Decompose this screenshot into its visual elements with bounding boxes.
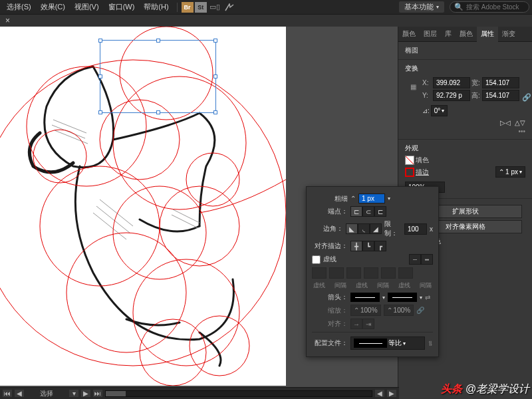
x-input[interactable]	[433, 77, 470, 88]
w-label: 宽:	[471, 78, 481, 88]
stroke-weight-field[interactable]: 1 px	[358, 194, 385, 203]
reference-point-icon[interactable]: ▦	[405, 76, 421, 97]
swap-arrows-icon[interactable]: ⇄	[425, 294, 430, 301]
gap3-input	[398, 267, 413, 279]
menubar: 选择(S) 效果(C) 视图(V) 窗口(W) 帮助(H) Br St ▭▯ 基…	[0, 0, 532, 15]
tab-layers[interactable]: 图层	[420, 27, 441, 41]
status-bar: ⏮ ◀ 选择 ▾ ▶ ⏭ ◀ ▶	[0, 387, 399, 399]
tab-color2[interactable]: 颜色	[456, 27, 477, 41]
dashed-checkbox[interactable]	[312, 255, 321, 264]
stroke-panel-popup: 粗细⌃1 px▾ 端点： ⊏⊂⊏ 边角： ◣◟◢ 限制： x 对齐描边： ╋┗┏…	[306, 186, 439, 357]
first-artboard-icon[interactable]: ⏮	[3, 390, 12, 397]
menu-view[interactable]: 视图(V)	[70, 1, 103, 13]
miter-unit: x	[430, 225, 433, 233]
next-artboard-icon[interactable]: ▶	[81, 390, 90, 397]
link-constrain-icon[interactable]: 🔗	[522, 93, 531, 102]
scroll-left-icon[interactable]: ◀	[375, 390, 384, 397]
h-input[interactable]	[482, 90, 519, 101]
document-tabbar: ×	[0, 15, 532, 27]
arrow-scale1: ⌃100%	[350, 305, 381, 316]
w-input[interactable]	[482, 77, 519, 88]
status-dropdown-icon[interactable]: ▾	[69, 390, 78, 397]
miter-limit-input[interactable]	[404, 223, 427, 235]
arrange-icon[interactable]: ▭▯	[208, 2, 221, 13]
close-tab-icon[interactable]: ×	[5, 16, 10, 25]
align-stroke-buttons: ╋┗┏	[350, 241, 386, 251]
cap-butt-icon[interactable]: ⊏	[350, 206, 362, 217]
corner-miter-icon[interactable]: ◣	[346, 223, 358, 234]
gpu-icon[interactable]	[223, 2, 236, 13]
align-inside-icon[interactable]: ┗	[362, 241, 374, 251]
menu-effect[interactable]: 效果(C)	[37, 1, 69, 13]
tab-color[interactable]: 颜色	[398, 27, 420, 41]
corner-label: 边角：	[312, 224, 343, 233]
dash-option1-icon[interactable]: ┄	[409, 254, 421, 265]
prev-artboard-icon[interactable]: ◀	[15, 390, 24, 397]
artboard[interactable]	[0, 27, 286, 386]
corner-buttons: ◣◟◢	[346, 223, 382, 234]
watermark-logo: 头条	[441, 383, 462, 394]
link-scale-icon: 🔗	[416, 307, 424, 314]
status-mode: 选择	[27, 389, 66, 398]
flip-profile-icon[interactable]: ⥮	[428, 340, 433, 347]
corner-round-icon[interactable]: ◟	[358, 223, 370, 234]
workspace-switcher[interactable]: 基本功能▾	[399, 1, 444, 13]
transform-section: 变换 ▦ X:宽: Y:高: ⊿: 0°▾ ▷◁ △▽ •••	[398, 60, 532, 140]
dash1-input	[312, 267, 327, 279]
search-input[interactable]	[466, 3, 525, 11]
search-icon: 🔍	[454, 3, 464, 11]
svg-line-1	[52, 125, 85, 138]
watermark: 头条 @老梁学设计	[441, 382, 529, 396]
svg-point-14	[40, 166, 160, 286]
bridge-icon[interactable]: Br	[182, 2, 194, 13]
profile-combo[interactable]: 等比▾	[350, 336, 425, 350]
svg-line-7	[172, 215, 198, 228]
cap-projecting-icon[interactable]: ⊏	[374, 206, 386, 217]
flip-vertical-icon[interactable]: △▽	[515, 119, 525, 126]
cap-label: 端点：	[312, 207, 348, 216]
arrow-scale-label: 缩放：	[312, 306, 348, 315]
align-center-icon[interactable]: ╋	[350, 241, 362, 251]
dash3-input	[381, 267, 396, 279]
align-outside-icon[interactable]: ┏	[374, 241, 386, 251]
more-options-icon[interactable]: •••	[405, 128, 525, 135]
menu-help[interactable]: 帮助(H)	[140, 1, 172, 13]
arrow-end-combo[interactable]	[388, 293, 417, 302]
stroke-weight-dropdown[interactable]: ▾	[388, 196, 390, 201]
stroke-weight-input[interactable]: ⌃1 px▾	[495, 166, 525, 178]
gap1-input	[329, 267, 344, 279]
scroll-right-icon[interactable]: ▶	[387, 390, 396, 397]
gap2-input	[364, 267, 378, 279]
transform-heading: 变换	[405, 64, 525, 73]
svg-point-21	[186, 153, 239, 206]
menu-window[interactable]: 窗口(W)	[104, 1, 139, 13]
arrow-align1-icon: →	[350, 319, 362, 329]
stroke-label[interactable]: 描边	[416, 168, 429, 177]
stroke-swatch[interactable]	[405, 168, 414, 177]
menu-select[interactable]: 选择(S)	[3, 1, 35, 13]
x-label: X:	[422, 79, 432, 86]
svg-point-10	[120, 27, 213, 120]
search-box[interactable]: 🔍	[450, 1, 529, 13]
flip-horizontal-icon[interactable]: ▷◁	[500, 119, 511, 126]
corner-bevel-icon[interactable]: ◢	[370, 223, 382, 234]
tab-properties[interactable]: 属性	[477, 27, 498, 42]
dashed-label: 虚线	[323, 255, 336, 264]
fill-label: 填色	[416, 156, 429, 165]
h-scrollbar[interactable]	[105, 390, 372, 397]
tab-lib[interactable]: 库	[441, 27, 456, 41]
arrow-start-combo[interactable]	[350, 293, 380, 302]
arrow-align-label: 对齐：	[312, 319, 348, 329]
fill-swatch[interactable]	[405, 156, 414, 165]
rotate-input[interactable]: 0°▾	[431, 105, 448, 116]
arrow-scale2: ⌃100%	[384, 305, 414, 316]
svg-line-0	[53, 120, 86, 133]
cap-round-icon[interactable]: ⊂	[362, 206, 374, 217]
stock-icon[interactable]: St	[195, 2, 207, 13]
y-label: Y:	[422, 92, 432, 99]
dash-option2-icon[interactable]: ┅	[421, 254, 433, 265]
y-input[interactable]	[433, 90, 470, 101]
tab-gradient[interactable]: 渐变	[498, 27, 519, 41]
appearance-heading: 外观	[405, 144, 525, 153]
last-artboard-icon[interactable]: ⏭	[93, 390, 102, 397]
